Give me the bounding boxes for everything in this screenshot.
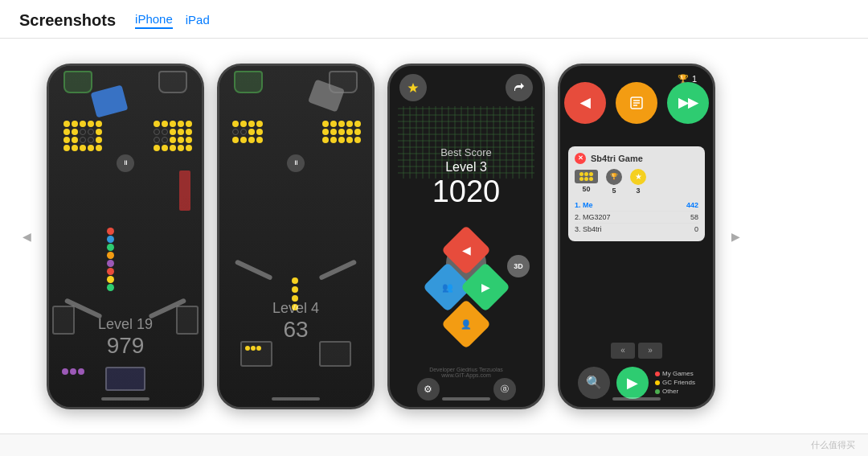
dots-grid-right-2 <box>322 121 361 143</box>
dots-grid-right <box>154 121 192 151</box>
phone-bottom-bar-1 <box>101 397 149 401</box>
dev-credit: Developer Giedrius Terzuolas www.GIT-App… <box>390 367 542 378</box>
best-score-section: Best Score Level 3 1020 <box>390 146 542 209</box>
s4-bottom-nav: « » 🔍 ▶ My Games <box>560 343 713 399</box>
leaderboard-panel: ✕ Sb4tri Game 50 <box>568 146 705 241</box>
cup-bottom-left-2 <box>240 341 272 367</box>
footer-logo: 什么值得买 <box>811 439 855 451</box>
flipper-right-2 <box>318 259 357 281</box>
pause-btn[interactable]: ⏸ <box>117 154 134 172</box>
chart-legend: My Games GC Friends Other <box>655 370 695 395</box>
tab-iphone[interactable]: iPhone <box>135 12 173 29</box>
leaderboard-row-1: 1. Me 442 <box>575 199 698 212</box>
leaderboard-row-3: 3. Sb4tri 0 <box>575 224 698 235</box>
card-blue <box>91 84 129 117</box>
page-title: Screenshots <box>19 11 116 30</box>
cup-top-left <box>63 71 92 93</box>
prev-arrow[interactable]: « <box>611 343 635 359</box>
search-btn-s4[interactable]: 🔍 <box>578 367 610 399</box>
screenshot-phone-1: ⏸ <box>47 64 204 409</box>
footer-bar: 什么值得买 <box>0 433 868 456</box>
share-btn[interactable] <box>506 74 533 101</box>
nav-arrows: « » <box>611 343 662 359</box>
rate-app-btn[interactable] <box>399 74 427 101</box>
level-score-2: Level 4 63 <box>219 300 372 343</box>
play-btn-s4[interactable]: ▶▶ <box>667 82 709 124</box>
page-header: Screenshots iPhone iPad <box>0 0 868 39</box>
scroll-left-arrow[interactable]: ◀ <box>19 229 34 244</box>
screenshots-area: ◀ <box>0 39 868 433</box>
cup-bottom-center <box>105 367 145 391</box>
cup-bottom-right-2 <box>319 341 351 367</box>
screenshot-phone-4: 🏆 1 ◀ ▶▶ ✕ Sb4tri <box>558 64 715 409</box>
phone-bottom-bar-4 <box>612 397 661 401</box>
next-arrow[interactable]: » <box>638 343 662 359</box>
top-action-buttons <box>390 74 542 101</box>
notes-btn-s4[interactable] <box>616 82 657 124</box>
scroll-right-arrow[interactable]: ▶ <box>728 229 743 244</box>
level-score-1: Level 19 979 <box>49 316 202 359</box>
balls-column <box>107 227 114 292</box>
diamond-grid: ◀ 👥 ▶ 👤 <box>390 232 542 343</box>
info-icon[interactable]: ⓐ <box>493 378 516 401</box>
phone-bottom-bar-3 <box>442 397 490 401</box>
flipper-left-2 <box>235 259 273 281</box>
score-icons-row: 50 🏆 5 ★ 3 <box>575 169 698 195</box>
settings-icon[interactable]: ⚙ <box>417 378 440 401</box>
leaderboard-row-2: 2. MG3207 58 <box>575 212 698 224</box>
back-btn-s4[interactable]: ◀ <box>564 82 606 124</box>
dots-grid-left <box>63 121 102 151</box>
panel-close-btn[interactable]: ✕ <box>575 153 586 164</box>
pause-btn-2[interactable]: ⏸ <box>287 154 305 172</box>
tab-ipad[interactable]: iPad <box>186 13 210 28</box>
red-block <box>179 170 190 211</box>
cup-top-right <box>158 71 187 93</box>
screenshot-phone-3: Best Score Level 3 1020 🏆 3D ◀ 👥 <box>387 64 545 409</box>
purple-balls <box>62 368 84 375</box>
svg-marker-0 <box>408 83 419 92</box>
s4-top-buttons: ◀ ▶▶ <box>560 82 713 124</box>
play-btn-s4-bottom[interactable]: ▶ <box>616 367 649 399</box>
phone-bottom-bar-2 <box>272 397 320 401</box>
dots-grid-left-2 <box>232 121 263 143</box>
screenshot-phone-2: ⏸ <box>217 64 375 409</box>
cup-top-left-2 <box>234 71 263 93</box>
